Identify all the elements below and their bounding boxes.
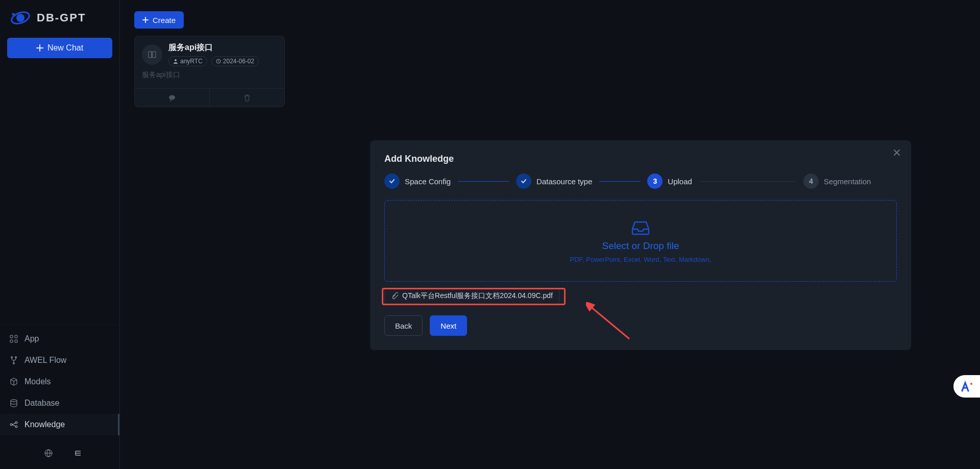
svg-rect-3	[10, 335, 13, 338]
step-3: 3 Upload	[647, 174, 692, 189]
next-label: Next	[440, 322, 456, 330]
nav-label: App	[24, 334, 39, 343]
next-button[interactable]: Next	[430, 315, 467, 336]
step-1: Space Config	[384, 174, 451, 189]
inbox-icon	[630, 219, 651, 236]
theme-toggle[interactable]	[14, 449, 23, 458]
card-desc: 服务api接口	[142, 70, 277, 80]
sidebar-spacer	[0, 63, 119, 325]
modal-title: Add Knowledge	[384, 154, 897, 164]
svg-point-13	[15, 426, 17, 428]
date-label: 2024-06-02	[223, 58, 254, 65]
create-label: Create	[153, 16, 176, 24]
knowledge-card[interactable]: 服务api接口 anyRTC 2024-06-02 服务api接口	[134, 36, 285, 107]
close-icon[interactable]	[893, 149, 901, 157]
back-label: Back	[395, 322, 412, 330]
svg-point-19	[970, 383, 972, 385]
new-chat-label: New Chat	[47, 43, 83, 53]
step-3-number: 3	[647, 174, 663, 189]
card-title: 服务api接口	[168, 42, 259, 53]
check-icon	[384, 174, 400, 189]
book-icon	[142, 44, 162, 65]
bottom-bar	[0, 437, 119, 469]
paperclip-icon	[391, 292, 398, 300]
logo[interactable]: DB-GPT	[0, 0, 119, 33]
create-button[interactable]: Create	[134, 11, 184, 29]
svg-point-11	[10, 424, 12, 426]
upload-dropzone[interactable]: Select or Drop file PDF, PowerPoint, Exc…	[384, 200, 897, 282]
svg-point-1	[16, 14, 24, 22]
add-knowledge-modal: Add Knowledge Space Config Datasource ty…	[370, 140, 911, 350]
svg-rect-5	[10, 340, 13, 342]
step-line	[599, 181, 640, 182]
nav-awel-flow[interactable]: AWEL Flow	[0, 350, 119, 371]
step-4-number: 4	[803, 174, 819, 189]
main: Create 服务api接口 anyRTC 2024-06-02	[120, 0, 980, 469]
plus-icon	[36, 44, 43, 52]
step-4: 4 Segmentation	[803, 174, 871, 189]
nav-label: Database	[24, 399, 60, 408]
nav-database[interactable]: Database	[0, 392, 119, 414]
nav-knowledge[interactable]: Knowledge	[0, 414, 119, 435]
step-3-label: Upload	[668, 177, 692, 186]
step-2-label: Datasource type	[536, 177, 592, 186]
nav-label: Models	[24, 377, 51, 386]
cube-icon	[9, 377, 18, 386]
sidebar-nav: App AWEL Flow Models Database Knowledge	[0, 325, 119, 437]
back-button[interactable]: Back	[384, 315, 423, 336]
sidebar: DB-GPT New Chat App AWEL Flow Models	[0, 0, 120, 469]
svg-rect-6	[15, 340, 17, 342]
assistant-launcher[interactable]	[953, 375, 980, 398]
grid-icon	[9, 334, 18, 343]
nodes-icon	[9, 420, 18, 429]
plus-icon	[142, 17, 149, 23]
database-icon	[9, 399, 18, 408]
svg-point-17	[169, 95, 175, 100]
card-delete-button[interactable]	[209, 89, 284, 107]
ai-icon	[960, 381, 973, 392]
svg-point-10	[11, 400, 17, 402]
step-4-label: Segmentation	[824, 177, 871, 186]
step-line	[699, 181, 796, 182]
svg-point-12	[15, 422, 17, 424]
new-chat-button[interactable]: New Chat	[7, 38, 112, 58]
uploaded-file-name: QTalk平台Restful服务接口文档2024.04.09C.pdf	[402, 291, 553, 301]
step-1-label: Space Config	[405, 177, 451, 186]
uploaded-file-chip[interactable]: QTalk平台Restful服务接口文档2024.04.09C.pdf	[384, 288, 559, 304]
logo-icon	[9, 8, 32, 28]
owner-pill: anyRTC	[168, 56, 207, 66]
svg-point-15	[175, 59, 177, 61]
nav-models[interactable]: Models	[0, 371, 119, 392]
owner-label: anyRTC	[180, 58, 203, 65]
card-chat-button[interactable]	[135, 89, 209, 107]
date-pill: 2024-06-02	[211, 56, 259, 66]
nav-app[interactable]: App	[0, 328, 119, 350]
step-2: Datasource type	[516, 174, 592, 189]
language-toggle[interactable]	[44, 449, 53, 458]
nav-label: AWEL Flow	[24, 356, 66, 365]
step-bar: Space Config Datasource type 3 Upload 4 …	[384, 174, 897, 189]
fork-icon	[9, 356, 18, 365]
check-icon	[516, 174, 531, 189]
dropzone-subtitle: PDF, PowerPoint, Excel, Word, Text, Mark…	[570, 256, 712, 263]
collapse-toggle[interactable]	[74, 449, 83, 458]
step-line	[458, 181, 509, 182]
svg-rect-4	[15, 335, 17, 338]
brand-text: DB-GPT	[37, 11, 86, 24]
svg-point-2	[12, 13, 15, 16]
dropzone-title: Select or Drop file	[602, 240, 679, 252]
nav-label: Knowledge	[24, 420, 65, 429]
